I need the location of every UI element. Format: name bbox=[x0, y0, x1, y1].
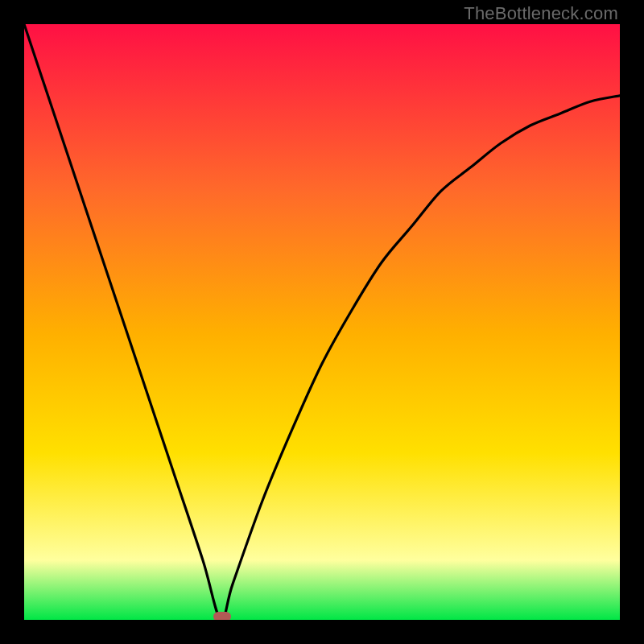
chart-frame: TheBottleneck.com bbox=[0, 0, 644, 644]
bottleneck-curve bbox=[24, 24, 620, 620]
watermark-text: TheBottleneck.com bbox=[464, 3, 618, 24]
optimum-marker bbox=[213, 612, 231, 620]
plot-area bbox=[24, 24, 620, 620]
